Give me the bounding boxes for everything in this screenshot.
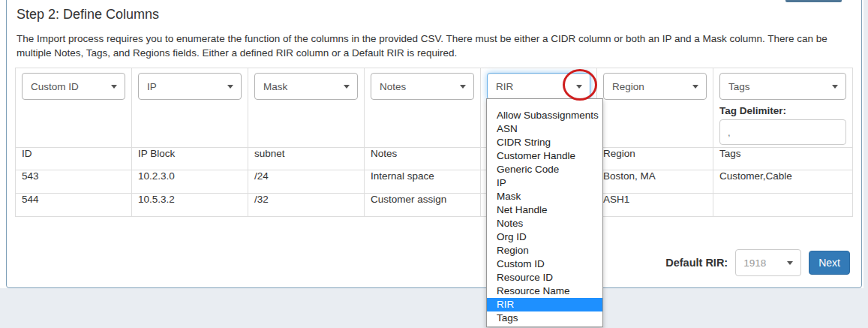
dropdown-option[interactable]: Notes bbox=[487, 217, 602, 230]
page-background-right bbox=[863, 0, 868, 328]
select-value: Custom ID bbox=[31, 81, 79, 92]
cell-ip-block: 10.5.3.2 bbox=[132, 194, 248, 217]
dropdown-option[interactable]: Net Handle bbox=[487, 203, 602, 217]
chevron-down-icon bbox=[460, 85, 466, 89]
column-selector-row: Custom ID IP Mask Notes bbox=[16, 68, 853, 148]
column-select-notes[interactable]: Notes bbox=[371, 73, 474, 100]
chevron-down-icon bbox=[111, 85, 117, 89]
dropdown-option[interactable]: Generic Code bbox=[487, 163, 602, 176]
footer-actions: Default RIR: 1918 Next bbox=[0, 249, 850, 276]
cell-subnet: /24 bbox=[248, 170, 365, 194]
dropdown-option[interactable]: Org ID bbox=[487, 230, 602, 244]
cell-tags: Customer,Cable bbox=[713, 170, 853, 194]
column-select-region[interactable]: Region bbox=[603, 73, 707, 100]
dropdown-option[interactable]: ASN bbox=[487, 122, 602, 136]
cell-subnet: /32 bbox=[248, 194, 365, 217]
dropdown-option[interactable]: Allow Subassignments bbox=[487, 109, 602, 122]
dropdown-option[interactable]: Customer Handle bbox=[487, 149, 602, 163]
page-background-bottom bbox=[0, 288, 868, 328]
select-value: IP bbox=[147, 81, 157, 92]
next-button[interactable]: Next bbox=[809, 251, 850, 275]
chevron-down-icon bbox=[832, 85, 838, 89]
column-definition-table: Custom ID IP Mask Notes bbox=[15, 68, 853, 217]
cell-ip-block: 10.2.3.0 bbox=[132, 170, 248, 194]
tag-delimiter-label: Tag Delimiter: bbox=[719, 105, 846, 116]
dropdown-option[interactable]: Resource Name bbox=[487, 284, 602, 298]
cell-id: 544 bbox=[16, 194, 132, 217]
cropped-element-edge bbox=[785, 0, 842, 2]
select-value: Mask bbox=[263, 81, 287, 92]
cell-region: Boston, MA bbox=[597, 170, 713, 194]
header-ip-block: IP Block bbox=[132, 148, 248, 170]
header-tags: Tags bbox=[713, 148, 853, 170]
table-row: 544 10.5.3.2 /32 Customer assign ASH1 bbox=[16, 194, 853, 217]
dropdown-option[interactable]: Tags bbox=[487, 311, 602, 325]
column-select-custom-id[interactable]: Custom ID bbox=[22, 73, 125, 100]
default-rir-label: Default RIR: bbox=[665, 257, 728, 269]
table-header-row: ID IP Block subnet Notes Region Tags bbox=[16, 148, 853, 170]
dropdown-option[interactable]: Custom ID bbox=[487, 257, 602, 271]
page-description: The Import process requires you to enume… bbox=[17, 32, 848, 60]
page-title: Step 2: Define Columns bbox=[17, 7, 159, 23]
select-value: RIR bbox=[496, 81, 513, 92]
annotation-circle bbox=[563, 69, 597, 101]
dropdown-option[interactable]: Mask bbox=[487, 190, 602, 203]
dropdown-option-selected[interactable]: RIR bbox=[487, 298, 602, 311]
cell-tags bbox=[713, 194, 853, 217]
select-value: Tags bbox=[728, 81, 750, 92]
cell-region: ASH1 bbox=[597, 194, 713, 217]
cell-notes: Internal space bbox=[365, 170, 481, 194]
select-value: Region bbox=[612, 81, 644, 92]
chevron-down-icon bbox=[227, 85, 233, 89]
cell-id: 543 bbox=[16, 170, 132, 194]
header-subnet: subnet bbox=[248, 148, 365, 170]
rir-column-dropdown-list: Allow Subassignments ASN CIDR String Cus… bbox=[486, 98, 603, 327]
dropdown-option[interactable]: Resource ID bbox=[487, 271, 602, 284]
select-value: Notes bbox=[380, 81, 406, 92]
tag-delimiter-input[interactable] bbox=[719, 119, 846, 145]
chevron-down-icon bbox=[692, 85, 698, 89]
column-select-tags[interactable]: Tags bbox=[719, 73, 846, 100]
import-step2-screen: Step 2: Define Columns The Import proces… bbox=[0, 0, 868, 328]
header-notes: Notes bbox=[365, 148, 481, 170]
default-rir-select[interactable]: 1918 bbox=[735, 249, 801, 276]
column-select-ip[interactable]: IP bbox=[138, 73, 242, 100]
header-id: ID bbox=[16, 148, 132, 170]
dropdown-option[interactable]: CIDR String bbox=[487, 136, 602, 149]
dropdown-option[interactable]: IP bbox=[487, 176, 602, 190]
chevron-down-icon bbox=[787, 261, 793, 265]
chevron-down-icon bbox=[344, 85, 350, 89]
dropdown-option[interactable]: Region bbox=[487, 244, 602, 257]
select-value: 1918 bbox=[743, 257, 766, 269]
cell-notes: Customer assign bbox=[365, 194, 481, 217]
table-row: 543 10.2.3.0 /24 Internal space Boston, … bbox=[16, 170, 853, 194]
column-select-mask[interactable]: Mask bbox=[254, 73, 358, 100]
header-region: Region bbox=[597, 148, 713, 170]
